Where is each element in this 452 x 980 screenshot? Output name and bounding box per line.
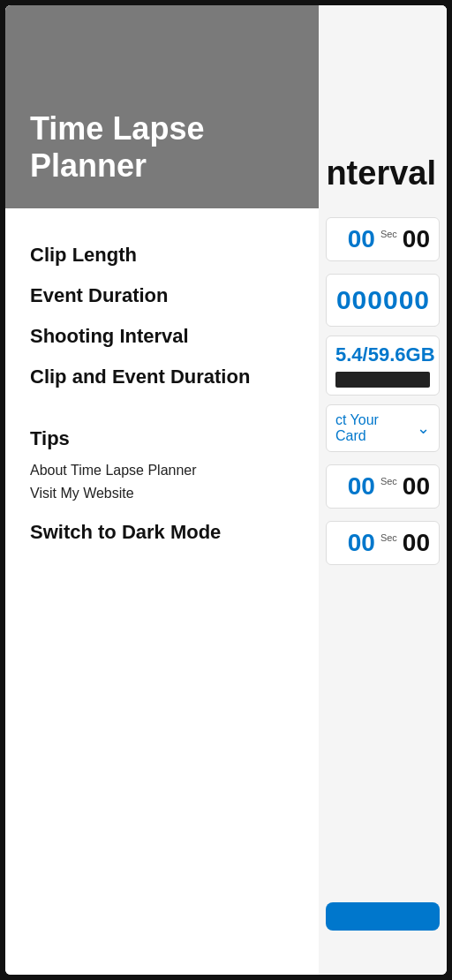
chevron-down-icon: ⌄ bbox=[417, 418, 430, 438]
content-header-title: nterval bbox=[326, 155, 436, 192]
menu-item-shooting-interval[interactable]: Shooting Interval bbox=[30, 316, 294, 357]
drawer-header: Time LapsePlanner bbox=[5, 5, 319, 208]
card-selector-row[interactable]: ct Your Card ⌄ bbox=[326, 404, 440, 452]
app-title: Time LapsePlanner bbox=[30, 110, 204, 184]
drawer-panel: Time LapsePlanner Clip Length Event Dura… bbox=[5, 5, 319, 975]
row2-sec-label: Sec bbox=[380, 472, 397, 486]
row3-seconds-value[interactable]: 00 bbox=[403, 529, 430, 557]
secondary-menu-section: Tips About Time Lapse Planner Visit My W… bbox=[30, 418, 294, 505]
top-time-row: 00 Sec 00 bbox=[326, 217, 440, 261]
menu-item-tips[interactable]: Tips bbox=[30, 418, 294, 459]
card-selector-label: ct Your Card bbox=[335, 412, 411, 444]
menu-item-event-duration[interactable]: Event Duration bbox=[30, 275, 294, 316]
menu-item-clip-event-duration[interactable]: Clip and Event Duration bbox=[30, 357, 294, 397]
top-seconds-value[interactable]: 00 bbox=[403, 225, 430, 253]
storage-bar bbox=[335, 372, 430, 388]
row3-time-row: 00 Sec 00 bbox=[326, 521, 440, 565]
top-minutes-value[interactable]: 00 bbox=[348, 225, 375, 253]
top-sec-label: Sec bbox=[380, 225, 397, 239]
calculate-button[interactable] bbox=[326, 902, 440, 931]
content-body: 00 Sec 00 000000 5.4/59.6GB ct Your Card… bbox=[319, 208, 447, 574]
menu-item-dark-mode[interactable]: Switch to Dark Mode bbox=[30, 512, 294, 553]
content-panel: nterval 00 Sec 00 000000 5.4/59.6GB ct Y… bbox=[319, 5, 447, 975]
bottom-action-area bbox=[319, 893, 447, 931]
row2-minutes-value[interactable]: 00 bbox=[348, 472, 375, 501]
row2-seconds-value[interactable]: 00 bbox=[403, 472, 430, 501]
large-blue-row: 000000 bbox=[326, 274, 440, 327]
large-blue-value: 000000 bbox=[336, 285, 430, 314]
row2-time-row: 00 Sec 00 bbox=[326, 464, 440, 509]
row3-sec-label: Sec bbox=[380, 529, 397, 543]
content-header-area: nterval bbox=[319, 5, 447, 208]
drawer-menu: Clip Length Event Duration Shooting Inte… bbox=[5, 208, 319, 553]
primary-menu-section: Clip Length Event Duration Shooting Inte… bbox=[30, 235, 294, 397]
menu-item-about[interactable]: About Time Lapse Planner bbox=[30, 459, 294, 482]
menu-item-website[interactable]: Visit My Website bbox=[30, 482, 294, 505]
storage-text: 5.4/59.6GB bbox=[335, 343, 430, 366]
storage-row: 5.4/59.6GB bbox=[326, 335, 440, 396]
menu-item-clip-length[interactable]: Clip Length bbox=[30, 235, 294, 275]
row3-minutes-value[interactable]: 00 bbox=[348, 529, 375, 557]
